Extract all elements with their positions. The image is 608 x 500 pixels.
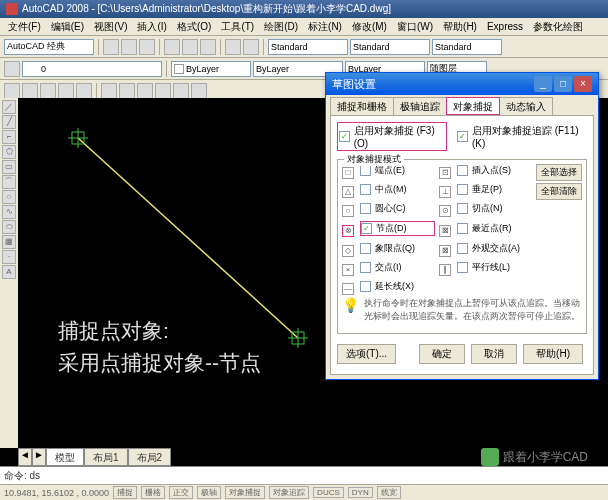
command-input[interactable]: ds	[30, 470, 41, 481]
redo-icon[interactable]	[243, 39, 259, 55]
mode-otrack[interactable]: 对象追踪	[269, 486, 309, 499]
copy2-icon[interactable]	[119, 83, 135, 99]
tab-osnap[interactable]: 对象捕捉	[446, 97, 500, 115]
dialog-titlebar[interactable]: 草图设置 _ □ ×	[326, 73, 598, 95]
layer-combo[interactable]: 0	[22, 61, 162, 77]
tab-dyn-input[interactable]: 动态输入	[499, 97, 553, 115]
maximize-icon[interactable]: □	[554, 76, 572, 92]
undo-icon[interactable]	[225, 39, 241, 55]
pline-icon[interactable]	[22, 83, 38, 99]
extension-icon: —	[342, 283, 354, 295]
textstyle-combo[interactable]: Standard	[350, 39, 430, 55]
rect-tool-icon[interactable]: ▭	[2, 160, 16, 174]
copy-icon[interactable]	[182, 39, 198, 55]
scale-icon[interactable]	[155, 83, 171, 99]
point-tool-icon[interactable]: ·	[2, 250, 16, 264]
snap-parallel[interactable]: 平行线(L)	[457, 261, 532, 274]
mode-lwt[interactable]: 线宽	[377, 486, 401, 499]
arc-tool-icon[interactable]: ⌒	[2, 175, 16, 189]
mode-polar[interactable]: 极轴	[197, 486, 221, 499]
snap-extension[interactable]: 延长线(X)	[360, 280, 435, 293]
menu-tools[interactable]: 工具(T)	[217, 19, 258, 35]
hatch-tool-icon[interactable]: ▦	[2, 235, 16, 249]
snap-midpoint[interactable]: 中点(M)	[360, 183, 435, 196]
rotate-icon[interactable]	[137, 83, 153, 99]
line-tool-icon[interactable]: ／	[2, 100, 16, 114]
snap-apparent[interactable]: 外观交点(A)	[457, 242, 532, 255]
menu-modify[interactable]: 修改(M)	[348, 19, 391, 35]
layer-icon[interactable]	[4, 61, 20, 77]
nearest-icon: ⊠	[439, 225, 451, 237]
menu-express[interactable]: Express	[483, 20, 527, 33]
insertion-icon: ⊡	[439, 167, 451, 179]
node-icon: ⊗	[342, 225, 354, 237]
menu-view[interactable]: 视图(V)	[90, 19, 131, 35]
snap-quadrant[interactable]: 象限点(Q)	[360, 242, 435, 255]
text-tool-icon[interactable]: A	[2, 265, 16, 279]
mode-dyn[interactable]: DYN	[348, 487, 373, 498]
menu-window[interactable]: 窗口(W)	[393, 19, 437, 35]
tab-nav-next[interactable]: ►	[32, 448, 46, 466]
minimize-icon[interactable]: _	[534, 76, 552, 92]
mirror-icon[interactable]	[173, 83, 189, 99]
mode-osnap[interactable]: 对象捕捉	[225, 486, 265, 499]
ellipse-tool-icon[interactable]: ⬭	[2, 220, 16, 234]
workspace-combo[interactable]: AutoCAD 经典	[4, 39, 94, 55]
color-combo[interactable]: ByLayer	[171, 61, 251, 77]
mode-snap[interactable]: 捕捉	[113, 486, 137, 499]
spline-tool-icon[interactable]: ∿	[2, 205, 16, 219]
ok-button[interactable]: 确定	[419, 344, 465, 364]
xline-tool-icon[interactable]: ╱	[2, 115, 16, 129]
dimstyle-combo[interactable]: Standard	[268, 39, 348, 55]
snap-perpendicular[interactable]: 垂足(P)	[457, 183, 532, 196]
menu-format[interactable]: 格式(O)	[173, 19, 215, 35]
polygon-tool-icon[interactable]: ⬠	[2, 145, 16, 159]
mode-ducs[interactable]: DUCS	[313, 487, 344, 498]
select-all-button[interactable]: 全部选择	[536, 164, 582, 181]
snap-intersection[interactable]: 交点(I)	[360, 261, 435, 274]
trim-icon[interactable]	[191, 83, 207, 99]
tab-layout1[interactable]: 布局1	[84, 448, 128, 466]
tab-snap-grid[interactable]: 捕捉和栅格	[330, 97, 394, 115]
menu-file[interactable]: 文件(F)	[4, 19, 45, 35]
tab-polar[interactable]: 极轴追踪	[393, 97, 447, 115]
paste-icon[interactable]	[200, 39, 216, 55]
snap-node[interactable]: ✓节点(D)	[360, 221, 435, 236]
pline-tool-icon[interactable]: ⌐	[2, 130, 16, 144]
mode-grid[interactable]: 栅格	[141, 486, 165, 499]
snap-insertion[interactable]: 插入点(S)	[457, 164, 532, 177]
enable-osnap-checkbox[interactable]: ✓启用对象捕捉 (F3)(O)	[337, 122, 447, 151]
rect-icon[interactable]	[76, 83, 92, 99]
menu-insert[interactable]: 插入(I)	[133, 19, 170, 35]
menu-parametric[interactable]: 参数化绘图	[529, 19, 587, 35]
cut-icon[interactable]	[164, 39, 180, 55]
circle-tool-icon[interactable]: ○	[2, 190, 16, 204]
move-icon[interactable]	[101, 83, 117, 99]
coordinates: 10.9481, 15.6102 , 0.0000	[4, 488, 109, 498]
mode-ortho[interactable]: 正交	[169, 486, 193, 499]
menu-help[interactable]: 帮助(H)	[439, 19, 481, 35]
snap-tangent[interactable]: 切点(N)	[457, 202, 532, 215]
snap-center[interactable]: 圆心(C)	[360, 202, 435, 215]
close-icon[interactable]: ×	[574, 76, 592, 92]
menu-edit[interactable]: 编辑(E)	[47, 19, 88, 35]
save-icon[interactable]	[139, 39, 155, 55]
circle-icon[interactable]	[40, 83, 56, 99]
tab-model[interactable]: 模型	[46, 448, 84, 466]
command-line[interactable]: 命令: ds	[0, 466, 608, 484]
arc-icon[interactable]	[58, 83, 74, 99]
clear-all-button[interactable]: 全部清除	[536, 183, 582, 200]
snap-nearest[interactable]: 最近点(R)	[457, 222, 532, 235]
open-icon[interactable]	[121, 39, 137, 55]
menu-draw[interactable]: 绘图(D)	[260, 19, 302, 35]
menu-dimension[interactable]: 标注(N)	[304, 19, 346, 35]
tablestyle-combo[interactable]: Standard	[432, 39, 502, 55]
cancel-button[interactable]: 取消	[471, 344, 517, 364]
options-button[interactable]: 选项(T)...	[337, 344, 396, 364]
enable-otrack-checkbox[interactable]: ✓启用对象捕捉追踪 (F11)(K)	[457, 122, 587, 151]
tab-nav-prev[interactable]: ◄	[18, 448, 32, 466]
new-icon[interactable]	[103, 39, 119, 55]
tab-layout2[interactable]: 布局2	[128, 448, 172, 466]
line-icon[interactable]	[4, 83, 20, 99]
help-button[interactable]: 帮助(H)	[523, 344, 583, 364]
